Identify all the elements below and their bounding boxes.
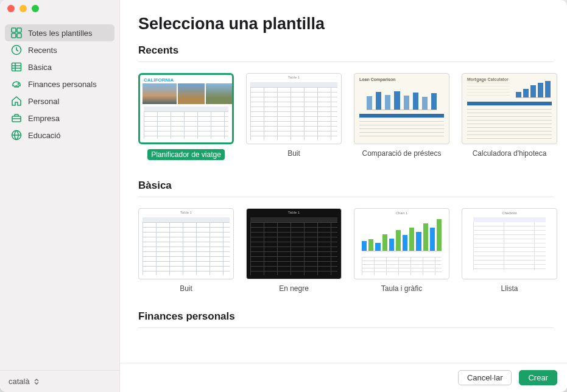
briefcase-icon — [11, 113, 22, 124]
svg-rect-3 — [17, 33, 21, 38]
language-picker[interactable]: català — [0, 370, 119, 392]
template-thumbnail: Table 1 — [246, 208, 342, 279]
template-caption: Buit — [138, 284, 234, 293]
sidebar-item-globe[interactable]: Educació — [5, 127, 114, 144]
main-area: Selecciona una plantilla RecentsCALIFORN… — [120, 0, 567, 392]
sidebar-item-label: Personal — [28, 97, 59, 106]
template-caption: Taula i gràfic — [354, 284, 449, 293]
template-tile[interactable]: Chart 1Taula i gràfic — [354, 208, 449, 293]
zoom-window-button[interactable] — [32, 5, 39, 12]
template-thumbnail: Table 1 — [246, 73, 342, 144]
template-caption: Calculadora d'hipoteca — [462, 149, 557, 158]
section-finances-personals: Finances personals — [138, 310, 567, 328]
sidebar-item-table[interactable]: Bàsica — [5, 58, 114, 75]
cancel-button[interactable]: Cancel·lar — [458, 370, 512, 385]
sidebar-item-piggy[interactable]: Finances personals — [5, 75, 114, 93]
section-title: Bàsica — [138, 180, 554, 197]
updown-icon — [33, 379, 40, 385]
section-title: Recents — [138, 44, 554, 62]
svg-rect-0 — [12, 28, 16, 32]
section-recents: RecentsCALIFORNIAPlanificador de viatgeT… — [138, 44, 567, 171]
home-icon — [11, 96, 22, 107]
template-chooser-window: Totes les plantillesRecentsBàsicaFinance… — [0, 0, 567, 392]
clock-icon — [11, 44, 22, 55]
template-thumbnail: Loan Comparison — [354, 73, 449, 144]
sidebar-item-label: Recents — [28, 46, 57, 55]
sidebar: Totes les plantillesRecentsBàsicaFinance… — [0, 0, 120, 392]
template-row: Table 1BuitTable 1En negreChart 1Taula i… — [138, 197, 567, 301]
sidebar-item-label: Bàsica — [28, 63, 52, 72]
template-tile[interactable]: Table 1Buit — [138, 208, 234, 293]
sidebar-item-label: Finances personals — [28, 80, 97, 89]
template-tile[interactable]: Table 1Buit — [246, 73, 342, 163]
grid-icon — [11, 27, 22, 38]
template-caption: Comparació de préstecs — [354, 149, 449, 158]
sidebar-list: Totes les plantillesRecentsBàsicaFinance… — [0, 24, 119, 144]
sidebar-item-home[interactable]: Personal — [5, 93, 114, 110]
page-title: Selecciona una plantilla — [138, 15, 567, 33]
sidebar-item-label: Totes les plantilles — [28, 29, 93, 38]
template-tile[interactable]: Mortgage CalculatorCalculadora d'hipotec… — [462, 73, 557, 163]
globe-icon — [11, 130, 22, 141]
template-thumbnail: Chart 1 — [354, 208, 449, 279]
section-bàsica: BàsicaTable 1BuitTable 1En negreChart 1T… — [138, 180, 567, 301]
piggy-icon — [11, 79, 22, 89]
svg-rect-1 — [17, 28, 21, 32]
template-caption: Llista — [462, 284, 557, 293]
template-caption: Buit — [246, 149, 342, 158]
content-scroll[interactable]: Selecciona una plantilla RecentsCALIFORN… — [120, 0, 567, 363]
sidebar-item-briefcase[interactable]: Empresa — [5, 110, 114, 127]
language-label: català — [9, 377, 30, 386]
footer-bar: Cancel·lar Crear — [120, 363, 567, 392]
template-caption: En negre — [246, 284, 342, 293]
window-titlebar — [0, 0, 39, 17]
svg-rect-2 — [12, 33, 16, 38]
close-window-button[interactable] — [7, 5, 15, 12]
svg-point-6 — [18, 83, 18, 84]
minimize-window-button[interactable] — [19, 5, 27, 12]
template-caption: Planificador de viatge — [147, 149, 225, 160]
sidebar-item-label: Educació — [28, 131, 60, 140]
sidebar-item-grid[interactable]: Totes les plantilles — [5, 24, 114, 41]
template-thumbnail: Mortgage Calculator — [462, 73, 557, 144]
section-title: Finances personals — [138, 310, 554, 328]
sidebar-item-label: Empresa — [28, 114, 60, 123]
template-thumbnail: Checklist — [462, 208, 557, 279]
template-thumbnail: CALIFORNIA — [138, 73, 234, 144]
template-thumbnail: Table 1 — [138, 208, 234, 279]
template-tile[interactable]: Table 1En negre — [246, 208, 342, 293]
sidebar-item-clock[interactable]: Recents — [5, 41, 114, 58]
create-button[interactable]: Crear — [519, 370, 557, 385]
table-icon — [11, 61, 22, 72]
template-tile[interactable]: Loan ComparisonComparació de préstecs — [354, 73, 449, 163]
template-row: CALIFORNIAPlanificador de viatgeTable 1B… — [138, 62, 567, 171]
template-tile[interactable]: ChecklistLlista — [462, 208, 557, 293]
svg-rect-5 — [12, 63, 21, 71]
template-tile[interactable]: CALIFORNIAPlanificador de viatge — [138, 73, 234, 163]
